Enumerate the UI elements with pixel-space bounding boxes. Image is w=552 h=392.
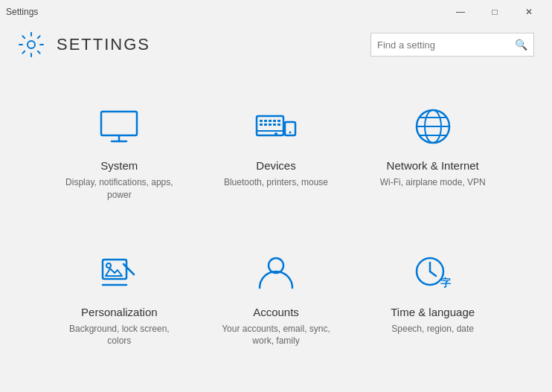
- settings-item-system[interactable]: System Display, notifications, apps, pow…: [45, 85, 194, 216]
- title-bar-title: Settings: [6, 7, 38, 17]
- devices-name: Devices: [256, 159, 295, 172]
- system-icon: [95, 103, 143, 150]
- settings-item-network[interactable]: Network & Internet Wi-Fi, airplane mode,…: [358, 85, 507, 216]
- time-desc: Speech, region, date: [391, 323, 474, 335]
- search-box[interactable]: 🔍: [370, 33, 534, 57]
- maximize-button[interactable]: □: [478, 0, 512, 24]
- devices-desc: Bluetooth, printers, mouse: [224, 176, 328, 189]
- svg-rect-11: [269, 120, 272, 122]
- devices-icon: [252, 103, 300, 150]
- settings-item-time[interactable]: 字 Time & language Speech, region, date: [358, 231, 507, 363]
- search-input[interactable]: [377, 39, 515, 51]
- close-button[interactable]: ✕: [512, 0, 546, 24]
- minimize-button[interactable]: —: [443, 0, 478, 24]
- network-icon: [409, 103, 457, 150]
- svg-point-27: [106, 263, 111, 268]
- personalization-name: Personalization: [81, 306, 158, 318]
- svg-rect-9: [260, 120, 263, 122]
- settings-icon: [18, 31, 45, 58]
- settings-item-personalization[interactable]: Personalization Background, lock screen,…: [45, 231, 194, 363]
- svg-line-26: [123, 264, 134, 274]
- settings-item-accounts[interactable]: Accounts Your accounts, email, sync, wor…: [202, 231, 351, 363]
- title-bar: Settings — □ ✕: [0, 0, 552, 24]
- search-icon: 🔍: [515, 39, 527, 51]
- time-icon: 字: [409, 249, 457, 297]
- svg-point-0: [28, 41, 35, 48]
- header-left: SETTINGS: [18, 31, 150, 58]
- svg-point-19: [275, 132, 277, 135]
- svg-rect-14: [264, 123, 267, 126]
- settings-item-devices[interactable]: Devices Bluetooth, printers, mouse: [202, 85, 351, 216]
- personalization-desc: Background, lock screen, colors: [57, 323, 182, 348]
- system-desc: Display, notifications, apps, power: [57, 176, 182, 202]
- accounts-icon: [252, 249, 300, 297]
- title-bar-controls: — □ ✕: [443, 0, 546, 24]
- accounts-desc: Your accounts, email, sync, work, family: [214, 323, 339, 348]
- svg-rect-15: [269, 123, 272, 126]
- network-desc: Wi-Fi, airplane mode, VPN: [380, 176, 486, 189]
- personalization-icon: [95, 249, 143, 297]
- time-name: Time & language: [391, 306, 475, 318]
- system-name: System: [100, 159, 138, 172]
- svg-text:字: 字: [440, 277, 451, 289]
- svg-rect-12: [273, 120, 276, 122]
- svg-point-7: [289, 132, 291, 134]
- svg-line-32: [430, 271, 436, 276]
- header: SETTINGS 🔍: [0, 24, 552, 70]
- accounts-name: Accounts: [253, 306, 299, 318]
- svg-rect-16: [273, 123, 276, 126]
- svg-rect-1: [101, 112, 137, 135]
- header-title: SETTINGS: [57, 35, 150, 54]
- svg-rect-10: [264, 120, 267, 122]
- title-bar-left: Settings: [6, 7, 38, 17]
- svg-rect-18: [277, 123, 280, 126]
- network-name: Network & Internet: [387, 159, 479, 172]
- svg-rect-13: [260, 123, 263, 126]
- settings-grid: System Display, notifications, apps, pow…: [0, 70, 552, 377]
- svg-rect-17: [277, 120, 280, 122]
